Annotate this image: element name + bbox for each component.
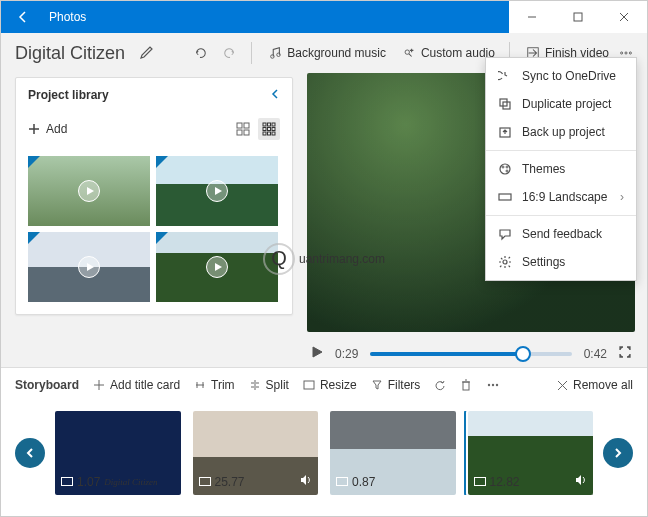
svg-rect-0	[574, 13, 582, 21]
svg-point-34	[503, 260, 507, 264]
chevron-right-icon: ›	[620, 190, 624, 204]
sound-icon	[300, 474, 312, 489]
svg-rect-12	[263, 123, 266, 126]
storyboard-clip[interactable]: 1.07Digital Citizen	[55, 411, 181, 495]
svg-point-29	[500, 164, 510, 174]
fullscreen-button[interactable]	[619, 346, 631, 361]
menu-sync[interactable]: Sync to OneDrive	[486, 62, 636, 90]
svg-rect-18	[263, 132, 266, 135]
scroll-left-button[interactable]	[15, 438, 45, 468]
redo-button[interactable]	[223, 46, 237, 60]
play-button[interactable]	[311, 346, 323, 361]
collapse-icon[interactable]	[270, 88, 280, 102]
delete-button[interactable]	[460, 379, 472, 391]
rename-icon[interactable]	[139, 44, 155, 63]
total-time: 0:42	[584, 347, 607, 361]
library-thumb[interactable]	[28, 156, 150, 226]
overflow-menu: Sync to OneDrive Duplicate project Back …	[485, 57, 637, 281]
storyboard-clip[interactable]: 0.87	[330, 411, 456, 495]
menu-feedback[interactable]: Send feedback	[486, 220, 636, 248]
storyboard-clip-selected[interactable]: 12.82	[468, 411, 594, 495]
resize-button[interactable]: Resize	[303, 378, 357, 392]
svg-rect-8	[237, 123, 242, 128]
library-thumb[interactable]	[28, 232, 150, 302]
maximize-button[interactable]	[555, 1, 601, 33]
svg-rect-15	[263, 128, 266, 131]
view-large-icon[interactable]	[232, 118, 254, 140]
custom-audio-button[interactable]: Custom audio	[402, 46, 495, 60]
background-music-button[interactable]: Background music	[268, 46, 386, 60]
svg-point-25	[496, 384, 498, 386]
separator	[251, 42, 252, 64]
undo-button[interactable]	[193, 46, 207, 60]
close-button[interactable]	[601, 1, 647, 33]
play-icon	[206, 180, 228, 202]
svg-rect-13	[268, 123, 271, 126]
clips-strip: 1.07Digital Citizen 25.77 0.87 12.82	[55, 411, 593, 495]
window-titlebar: Photos	[1, 1, 647, 33]
svg-rect-33	[499, 194, 511, 200]
library-thumb[interactable]	[156, 156, 278, 226]
filters-button[interactable]: Filters	[371, 378, 421, 392]
remove-all-button[interactable]: Remove all	[557, 378, 633, 392]
svg-rect-14	[272, 123, 275, 126]
rotate-button[interactable]	[434, 379, 446, 391]
minimize-button[interactable]	[509, 1, 555, 33]
svg-rect-20	[272, 132, 275, 135]
view-small-icon[interactable]	[258, 118, 280, 140]
storyboard-panel: Storyboard Add title card Trim Split Res…	[1, 367, 647, 517]
menu-separator	[486, 150, 636, 151]
library-thumb[interactable]	[156, 232, 278, 302]
svg-rect-9	[244, 123, 249, 128]
menu-aspect[interactable]: 16:9 Landscape›	[486, 183, 636, 211]
back-button[interactable]	[1, 1, 45, 33]
play-icon	[78, 256, 100, 278]
more-clip-button[interactable]	[486, 379, 500, 391]
split-button[interactable]: Split	[249, 378, 289, 392]
svg-rect-21	[304, 381, 314, 389]
svg-rect-10	[237, 130, 242, 135]
svg-point-3	[405, 50, 409, 54]
seek-bar[interactable]	[370, 352, 571, 356]
menu-separator	[486, 215, 636, 216]
svg-rect-16	[268, 128, 271, 131]
svg-rect-22	[463, 382, 469, 390]
project-title: Digital Citizen	[15, 43, 125, 64]
storyboard-title: Storyboard	[15, 378, 79, 392]
add-label: Add	[46, 122, 67, 136]
svg-rect-19	[268, 132, 271, 135]
svg-point-24	[492, 384, 494, 386]
play-icon	[78, 180, 100, 202]
play-icon	[206, 256, 228, 278]
svg-point-6	[625, 52, 627, 54]
menu-duplicate[interactable]: Duplicate project	[486, 90, 636, 118]
scroll-right-button[interactable]	[603, 438, 633, 468]
menu-backup[interactable]: Back up project	[486, 118, 636, 146]
storyboard-toolbar: Storyboard Add title card Trim Split Res…	[1, 368, 647, 400]
custom-audio-label: Custom audio	[421, 46, 495, 60]
current-time: 0:29	[335, 347, 358, 361]
svg-point-30	[502, 166, 504, 168]
svg-rect-11	[244, 130, 249, 135]
window-title-label: Photos	[49, 10, 86, 24]
sound-icon	[575, 474, 587, 489]
add-title-card-button[interactable]: Add title card	[93, 378, 180, 392]
svg-point-32	[506, 170, 508, 172]
storyboard-clip[interactable]: 25.77	[193, 411, 319, 495]
background-music-label: Background music	[287, 46, 386, 60]
svg-point-7	[629, 52, 631, 54]
library-title: Project library	[28, 88, 109, 102]
add-media-button[interactable]: Add	[28, 122, 67, 136]
trim-button[interactable]: Trim	[194, 378, 235, 392]
menu-settings[interactable]: Settings	[486, 248, 636, 276]
project-library-panel: Project library Add	[15, 77, 293, 315]
svg-rect-17	[272, 128, 275, 131]
svg-point-23	[488, 384, 490, 386]
svg-point-31	[506, 166, 508, 168]
svg-point-5	[621, 52, 623, 54]
player-controls: 0:29 0:42	[307, 346, 635, 361]
menu-themes[interactable]: Themes	[486, 155, 636, 183]
